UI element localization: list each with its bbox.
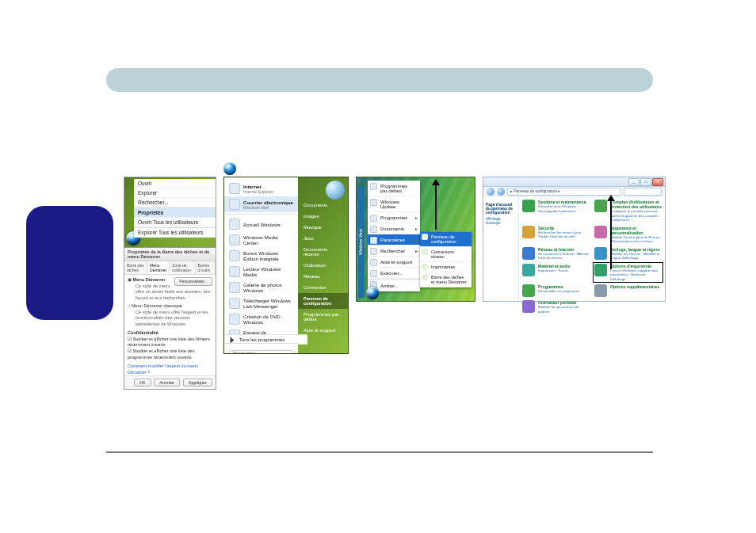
category-item[interactable]: Options supplémentaires xyxy=(594,284,662,297)
chevron-right-icon xyxy=(231,337,235,343)
radio-classic-menu[interactable]: ○ Menu Démarrer classique xyxy=(128,303,212,310)
category-item[interactable]: Comptes d'utilisateurs et protection des… xyxy=(594,200,662,223)
start-right-item[interactable]: Documents récents xyxy=(298,244,348,260)
category-item[interactable]: ProgrammesDésinstaller un programme xyxy=(522,284,590,297)
category-item[interactable]: Ordinateur portableModifier les paramètr… xyxy=(522,300,590,314)
help-link[interactable]: Comment modifier l'aspect du menu Démarr… xyxy=(128,364,212,375)
classic-menu-item[interactable]: Paramètres xyxy=(368,234,420,246)
start-menu-item[interactable]: Télécharger Windows Live Messenger xyxy=(224,295,298,311)
start-menu-item[interactable]: Bonus Windows Édition Intégrale xyxy=(224,248,298,264)
classic-menu-item[interactable]: Documents xyxy=(368,223,420,234)
search-field[interactable] xyxy=(624,188,662,196)
category-icon xyxy=(594,200,607,212)
start-menu-item[interactable]: Accueil Windows xyxy=(224,216,298,232)
cancel-button[interactable]: Annuler xyxy=(154,379,180,386)
close-button[interactable]: × xyxy=(652,178,663,186)
category-item[interactable]: Apparence et personnalisationModifier l'… xyxy=(594,226,662,244)
start-menu-item[interactable]: Windows Media Center xyxy=(224,232,298,248)
category-item[interactable]: Horloge, langue et régionModifier les cl… xyxy=(594,247,662,261)
submenu-item[interactable]: Panneau de configuration xyxy=(420,232,472,247)
context-menu-item[interactable]: Propriétés xyxy=(134,207,216,218)
start-menu-item[interactable]: Création de DVD Windows xyxy=(224,311,298,327)
ok-button[interactable]: OK xyxy=(134,379,151,386)
submenu-item[interactable]: Barre des tâches et menu Démarrer xyxy=(420,272,472,287)
category-item[interactable]: Réseau et InternetSe connecter à Interne… xyxy=(522,247,590,261)
context-menu-item[interactable]: Ouvrir Tous les utilisateurs xyxy=(134,218,216,227)
chk-recent-programs[interactable]: ☑ Stocker et afficher une liste des prog… xyxy=(128,348,212,360)
start-menu-item[interactable]: Lecteur Windows Media xyxy=(224,264,298,280)
context-menu: OuvrirExplorerRechercher...PropriétésOuv… xyxy=(134,179,216,238)
classic-menu-item[interactable]: Aide et support xyxy=(368,257,420,268)
context-menu-item[interactable]: Rechercher... xyxy=(134,198,216,207)
breadcrumb[interactable]: ▸ Panneau de configuration ▸ xyxy=(507,188,621,196)
radio2-desc: Ce style de menu offre l'aspect et les f… xyxy=(136,310,212,328)
control-panel-sidebar: Page d'accueil du panneau de configurati… xyxy=(483,196,519,301)
maximize-button[interactable]: □ xyxy=(640,178,651,186)
category-icon xyxy=(594,284,607,297)
start-right-item[interactable]: Aide et support xyxy=(298,325,348,336)
start-search xyxy=(224,343,298,353)
start-right-item[interactable]: Images xyxy=(298,211,348,222)
category-item[interactable]: Matériel et audioImprimante · Souris xyxy=(522,264,590,282)
personalize-button[interactable]: Personnaliser... xyxy=(174,277,212,286)
chk-recent-files[interactable]: ☑ Stocker et afficher une liste des fich… xyxy=(128,337,212,348)
screenshot-4-control-panel: _ □ × ▸ Panneau de configuration ▸ Page … xyxy=(483,177,666,302)
dialog-title: Propriétés de la Barre des tâches et du … xyxy=(124,248,216,261)
category-icon xyxy=(522,226,535,238)
forward-button[interactable] xyxy=(497,188,505,196)
privacy-header: Confidentialité xyxy=(128,330,212,337)
category-item[interactable]: Options d'ergonomieLaisser Windows suggé… xyxy=(594,264,662,282)
context-menu-item[interactable]: Explorer Tous les utilisateurs xyxy=(134,227,216,238)
start-right-item[interactable]: Panneau de configuration xyxy=(298,293,348,309)
annotation-arrow-line xyxy=(610,200,612,269)
dialog-tab[interactable]: Menu Démarrer xyxy=(147,261,170,274)
classic-menu-item[interactable]: Windows Update xyxy=(368,196,420,212)
submenu-item[interactable]: Imprimantes xyxy=(420,262,472,272)
category-icon xyxy=(522,247,535,260)
start-orb-icon[interactable] xyxy=(366,287,379,299)
dialog-tab[interactable]: Zone de notification xyxy=(170,261,195,274)
pinned-app[interactable]: InternetInternet Explorer xyxy=(224,181,298,196)
start-right-item[interactable]: Connexion xyxy=(298,282,348,293)
start-right-item[interactable]: Programmes par défaut xyxy=(298,309,348,325)
context-menu-item[interactable]: Ouvrir xyxy=(134,179,216,188)
app-icon xyxy=(229,282,240,293)
category-icon xyxy=(522,264,535,276)
classic-view-link[interactable]: Affichage classique xyxy=(486,216,516,226)
back-button[interactable] xyxy=(487,188,494,196)
start-menu-item[interactable]: Galerie de photos Windows xyxy=(224,280,298,295)
start-left-pane: InternetInternet ExplorerCourrier électr… xyxy=(224,177,298,334)
start-right-item[interactable]: Réseau xyxy=(298,271,348,282)
annotation-arrow-line xyxy=(435,182,437,230)
pinned-app[interactable]: Courrier électroniqueWindows Mail xyxy=(224,196,298,212)
address-bar: ▸ Panneau de configuration ▸ xyxy=(483,187,665,196)
start-right-item[interactable]: Jeux xyxy=(298,233,348,244)
minimize-button[interactable]: _ xyxy=(628,178,640,186)
sidebar-header: Page d'accueil du panneau de configurati… xyxy=(486,203,516,215)
classic-menu-item[interactable]: Programmes xyxy=(368,212,420,223)
start-right-item[interactable]: Musique xyxy=(298,222,348,233)
taskbar-properties-dialog: Propriétés de la Barre des tâches et du … xyxy=(124,247,216,390)
submenu-item[interactable]: Connexions réseau xyxy=(420,247,472,262)
category-item[interactable]: Système et maintenanceDémarrer avec Wind… xyxy=(522,200,590,223)
settings-submenu: Panneau de configurationConnexions résea… xyxy=(420,232,472,287)
apply-button[interactable]: Appliquer xyxy=(183,379,212,386)
search-input[interactable] xyxy=(228,350,294,354)
start-right-item[interactable]: Ordinateur xyxy=(298,260,348,271)
app-icon xyxy=(229,234,240,246)
dialog-tab[interactable]: Barre des tâches xyxy=(124,261,147,274)
dialog-tab[interactable]: Barres d'outils xyxy=(196,261,216,274)
classic-menu-item[interactable]: Programmes par défaut xyxy=(368,181,420,196)
category-item[interactable]: SécuritéRechercher les mises à jour · Vé… xyxy=(522,226,590,244)
control-panel-categories: Système et maintenanceDémarrer avec Wind… xyxy=(519,196,665,301)
classic-menu-item[interactable]: Rechercher xyxy=(368,246,420,257)
context-menu-item[interactable]: Explorer xyxy=(134,188,216,198)
footer-rule xyxy=(106,451,653,453)
screenshot-1: OuvrirExplorerRechercher...PropriétésOuv… xyxy=(124,177,216,390)
screenshot-3-classic-start-menu: Windows Vista Programmes par défautWindo… xyxy=(356,177,475,302)
dialog-body: Personnaliser... ◉ Menu Démarrer Ce styl… xyxy=(124,275,216,375)
dialog-tabs[interactable]: Barre des tâchesMenu DémarrerZone de not… xyxy=(124,261,216,275)
start-right-item[interactable]: Documents xyxy=(298,200,348,211)
classic-menu-item[interactable]: Exécuter... xyxy=(368,268,420,279)
s1-desktop: OuvrirExplorerRechercher...PropriétésOuv… xyxy=(124,177,216,247)
